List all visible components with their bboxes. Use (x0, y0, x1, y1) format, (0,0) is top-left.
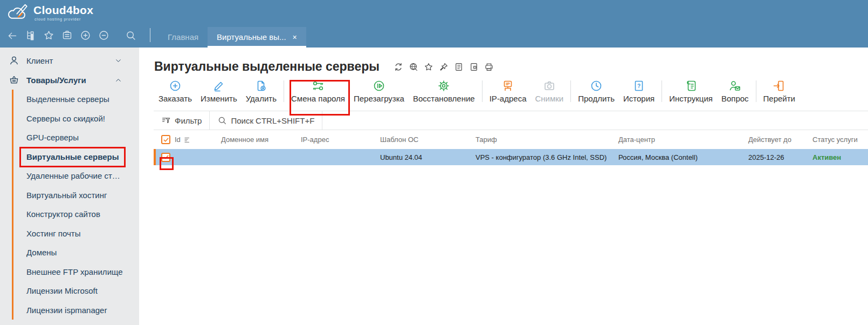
delete-doc-icon (254, 79, 267, 92)
title-icons (394, 62, 494, 72)
sidebar-item-domains[interactable]: Домены (13, 243, 139, 262)
cell-os: Ubuntu 24.04 (380, 153, 476, 161)
sidebar-item-virtual-servers[interactable]: Виртуальные серверы (13, 147, 139, 167)
app-window: Cloud4box cloud hosting provider Главная… (0, 0, 868, 325)
zoom-out-icon[interactable] (98, 30, 109, 41)
filter-bar: Фильтр Поиск CTRL+SHIFT+F (154, 111, 868, 130)
star-icon[interactable] (43, 30, 54, 41)
edit-button[interactable]: Изменить (196, 78, 242, 104)
main-content: Виртуальные выделенные серверы Заказать … (139, 48, 868, 325)
tab-label: Виртуальные вы... (217, 27, 286, 48)
cell-datacenter: Россия, Москва (Contell) (618, 153, 748, 161)
support-icon (728, 79, 741, 92)
header-toolbar (6, 28, 150, 42)
toolbar-separator (482, 80, 483, 102)
ip-addresses-button[interactable]: IP-адреса (485, 78, 531, 104)
camera-icon (543, 79, 556, 92)
gear-icon (437, 79, 450, 92)
sidebar-item-virtual-hosting[interactable]: Виртуальный хостинг (13, 186, 139, 205)
check-icon (163, 154, 169, 160)
sidebar-item-dedicated-servers[interactable]: Выделенные серверы (13, 90, 139, 109)
sidebar-section-label: Товары/Услуги (26, 76, 86, 85)
clock-icon (590, 79, 603, 92)
column-header-os[interactable]: Шаблон ОС (380, 136, 476, 144)
delete-button[interactable]: Удалить (242, 78, 281, 104)
tab-bar: Главная Виртуальные вы... × (159, 27, 306, 48)
filter-button[interactable]: Фильтр (154, 111, 209, 130)
column-header-datacenter[interactable]: Дата-центр (618, 136, 748, 144)
column-header-domain[interactable]: Доменное имя (221, 136, 301, 144)
history-button[interactable]: История (619, 78, 659, 104)
cell-tariff: VPS - конфигуратор (3.6 GHz Intel, SSD) (476, 153, 618, 161)
cell-valid-until: 2025-12-26 (748, 153, 812, 161)
tasks-icon[interactable] (61, 30, 73, 41)
renew-button[interactable]: Продлить (574, 78, 619, 104)
zoom-in-icon[interactable] (80, 30, 91, 41)
tab-home[interactable]: Главная (159, 27, 208, 48)
toolbar-divider (150, 28, 150, 42)
list-icon[interactable] (454, 62, 464, 72)
recovery-button[interactable]: Восстановление (409, 78, 479, 104)
question-button[interactable]: Вопрос (717, 78, 753, 104)
sidebar-item-ftp-storage[interactable]: Внешнее FTP хранилище (13, 262, 139, 282)
column-header-status[interactable]: Статус услуги (812, 136, 868, 144)
search-icon (217, 116, 227, 125)
sidebar-item-ispmanager-licenses[interactable]: Лицензии ispmanager (13, 301, 139, 320)
chevron-down-icon (114, 57, 122, 65)
column-header-valid-until[interactable]: Действует до (748, 136, 812, 144)
close-icon[interactable]: × (293, 27, 297, 48)
change-password-button[interactable]: Смена пароля (287, 78, 349, 104)
print-icon[interactable] (484, 62, 494, 72)
export-excel-icon[interactable] (469, 62, 479, 72)
pin-icon[interactable] (439, 62, 449, 72)
sidebar-section-label: Клиент (26, 56, 53, 65)
table-header: Id Доменное имя IP-адрес Шаблон ОС Тариф… (154, 130, 868, 149)
brand-name: Cloud4box (33, 4, 93, 17)
column-header-id[interactable]: Id (175, 136, 221, 144)
search-icon[interactable] (125, 30, 136, 41)
scroll-icon (685, 79, 698, 92)
app-header: Cloud4box cloud hosting provider Главная… (0, 0, 868, 48)
column-header-tariff[interactable]: Тариф (476, 136, 618, 144)
sidebar-section-client[interactable]: Клиент (0, 51, 139, 70)
column-header-ip[interactable]: IP-адрес (301, 136, 380, 144)
sidebar-item-remote-desktops[interactable]: Удаленные рабочие ст… (13, 166, 139, 186)
sidebar-item-mail-hosting[interactable]: Хостинг почты (13, 224, 139, 243)
sidebar-item-microsoft-licenses[interactable]: Лицензии Microsoft (13, 281, 139, 301)
select-all-checkbox[interactable] (161, 135, 170, 144)
star-icon[interactable] (424, 62, 433, 72)
back-icon[interactable] (6, 30, 18, 41)
toolbar-separator (756, 80, 756, 102)
services-table: Id Доменное имя IP-адрес Шаблон ОС Тариф… (154, 130, 868, 165)
instruction-button[interactable]: Инструкция (665, 78, 717, 104)
reboot-button[interactable]: Перезагрузка (349, 78, 409, 104)
filterbar-separator (322, 111, 322, 130)
user-icon (9, 55, 19, 66)
sidebar-item-gpu-servers[interactable]: GPU-серверы (13, 128, 139, 147)
keys-icon (312, 79, 325, 92)
tree-icon[interactable] (25, 30, 36, 41)
search-button[interactable]: Поиск CTRL+SHIFT+F (210, 111, 322, 130)
basket-icon (9, 75, 19, 85)
sidebar-submenu: Выделенные серверы Серверы со скидкой! G… (12, 90, 139, 320)
brand-logo[interactable]: Cloud4box cloud hosting provider (6, 3, 93, 22)
pencil-icon (212, 79, 225, 92)
toolbar-separator (662, 80, 662, 102)
table-row[interactable]: Ubuntu 24.04 VPS - конфигуратор (3.6 GHz… (154, 149, 868, 165)
cell-status: Активен (812, 153, 868, 161)
row-checkbox[interactable] (161, 153, 170, 162)
globe-icon[interactable] (409, 62, 418, 72)
tab-virtual-servers[interactable]: Виртуальные вы... × (208, 27, 306, 48)
sidebar-item-discount-servers[interactable]: Серверы со скидкой! (13, 109, 139, 128)
snapshots-button[interactable]: Снимки (531, 78, 568, 104)
order-button[interactable]: Заказать (154, 78, 196, 104)
sort-icon (183, 136, 191, 144)
go-to-button[interactable]: Перейти (759, 78, 800, 104)
refresh-icon[interactable] (394, 62, 403, 72)
plus-circle-icon (169, 79, 182, 92)
sidebar-item-site-builder[interactable]: Конструктор сайтов (13, 205, 139, 224)
history-icon (632, 79, 645, 92)
restart-icon (373, 79, 385, 92)
page-title: Виртуальные выделенные серверы (154, 59, 380, 74)
sidebar-section-products[interactable]: Товары/Услуги (0, 70, 139, 90)
